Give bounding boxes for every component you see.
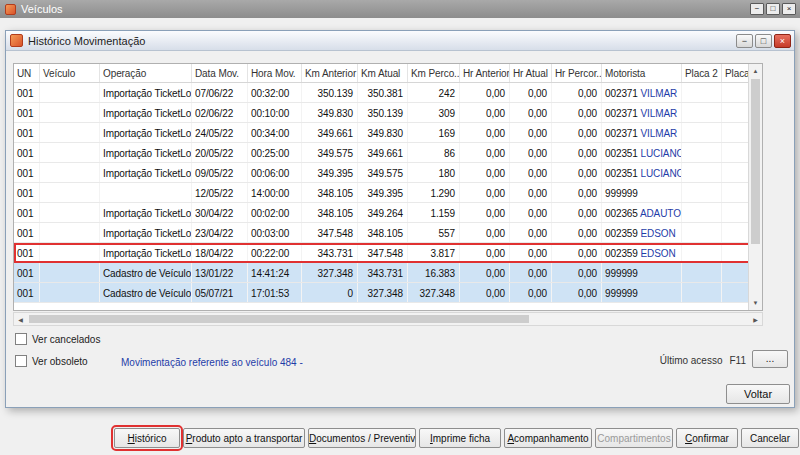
maximize-icon[interactable]: □ — [766, 3, 780, 15]
voltar-button[interactable]: Voltar — [726, 384, 790, 404]
dialog-minimize-icon[interactable]: − — [736, 34, 753, 48]
cell-hr-percorrido: 0,00 — [552, 163, 602, 182]
column-header-un[interactable]: UN — [14, 64, 40, 82]
footer-button-label: Acompanhamento — [507, 433, 588, 444]
cell-km-anterior: 0 — [302, 283, 358, 302]
horizontal-scrollbar-thumb[interactable] — [29, 315, 529, 323]
cell-hr-anterior: 0,00 — [460, 203, 510, 222]
dialog-maximize-icon[interactable]: □ — [755, 34, 772, 48]
grid-rows: 001Importação TicketLog07/06/2200:32:003… — [14, 83, 750, 303]
column-header-hr-percorrido[interactable]: Hr Percor... — [552, 64, 602, 82]
motorista-name: VILMAR — [640, 128, 677, 139]
cell-hr-percorrido: 0,00 — [552, 183, 602, 202]
cell-km-percorrido: 309 — [408, 103, 460, 122]
motorista-code: 999999 — [605, 288, 638, 299]
minimize-icon[interactable]: − — [750, 3, 764, 15]
vertical-scrollbar[interactable]: ▲ ▼ — [748, 64, 762, 310]
scroll-left-icon[interactable]: ◀ — [14, 313, 27, 325]
column-header-motorista[interactable]: Motorista — [602, 64, 682, 82]
column-header-placa3[interactable]: Placa 3 — [722, 64, 750, 82]
cell-km-percorrido: 1.290 — [408, 183, 460, 202]
cell-operacao: Importação TicketLog — [100, 123, 192, 142]
grid-header-row: UNVeículoOperaçãoData Mov.Hora Mov.Km An… — [14, 64, 762, 83]
last-access-label: Último acessoF11 — [660, 355, 746, 366]
table-row[interactable]: 001Cadastro de Veículo05/07/2117:01:5303… — [14, 283, 750, 303]
cell-operacao: Cadastro de Veículo — [100, 263, 192, 282]
column-header-hr-anterior[interactable]: Hr Anterior — [460, 64, 510, 82]
table-row[interactable]: 00112/05/2214:00:00348.105349.3951.2900,… — [14, 183, 750, 203]
cell-veiculo — [40, 83, 100, 102]
column-header-km-anterior[interactable]: Km Anterior — [302, 64, 358, 82]
cell-veiculo — [40, 163, 100, 182]
cell-km-anterior: 327.348 — [302, 263, 358, 282]
column-header-veiculo[interactable]: Veículo — [40, 64, 100, 82]
column-header-km-percorrido[interactable]: Km Perco... — [408, 64, 460, 82]
column-header-hr-atual[interactable]: Hr Atual — [510, 64, 552, 82]
table-row[interactable]: 001Importação TicketLog02/06/2200:10:003… — [14, 103, 750, 123]
cell-km-percorrido: 16.383 — [408, 263, 460, 282]
cell-un: 001 — [14, 83, 40, 102]
cell-km-atual: 349.575 — [358, 163, 408, 182]
window-title: Veículos — [21, 3, 63, 15]
footer-button-acompanhamento[interactable]: Acompanhamento — [504, 428, 592, 448]
cell-un: 001 — [14, 123, 40, 142]
table-row[interactable]: 001Importação TicketLog09/05/2200:06:003… — [14, 163, 750, 183]
scroll-up-icon[interactable]: ▲ — [749, 64, 762, 78]
cell-km-atual: 348.105 — [358, 223, 408, 242]
cell-hr-percorrido: 0,00 — [552, 83, 602, 102]
column-header-data-mov[interactable]: Data Mov. — [192, 64, 248, 82]
footer-button-imprime-ficha[interactable]: Imprime ficha — [419, 428, 501, 448]
table-row[interactable]: 001Importação TicketLog23/04/2200:03:003… — [14, 223, 750, 243]
table-row-annotated[interactable]: 001Importação TicketLog18/04/2200:22:003… — [14, 243, 750, 263]
checkbox-ver-obsoleto[interactable]: Ver obsoleto — [15, 355, 88, 367]
cell-hr-anterior: 0,00 — [460, 183, 510, 202]
more-button[interactable]: ... — [752, 350, 788, 368]
column-header-placa2[interactable]: Placa 2 — [682, 64, 722, 82]
table-row[interactable]: 001Cadastro de Veículo13/01/2214:41:2432… — [14, 263, 750, 283]
cell-km-atual: 343.731 — [358, 263, 408, 282]
motorista-name: EDSON — [640, 228, 675, 239]
column-header-km-atual[interactable]: Km Atual — [358, 64, 408, 82]
checkbox-label: Ver obsoleto — [32, 356, 88, 367]
footer-button-produto-apto-a-transportar[interactable]: Produto apto a transportar — [183, 428, 305, 448]
footer-button-label: Confirmar — [685, 433, 729, 444]
footer-button-label: Produto apto a transportar — [186, 433, 303, 444]
cell-hr-atual: 0,00 — [510, 143, 552, 162]
scroll-right-icon[interactable]: ▶ — [749, 313, 762, 325]
table-row[interactable]: 001Importação TicketLog30/04/2200:02:003… — [14, 203, 750, 223]
footer-button-label: Compartimentos — [597, 433, 670, 444]
footer-button-cancelar[interactable]: Cancelar — [741, 428, 799, 448]
cell-un: 001 — [14, 223, 40, 242]
footer-button-confirmar[interactable]: Confirmar — [676, 428, 738, 448]
checkbox-ver-cancelados[interactable]: Ver cancelados — [15, 333, 100, 345]
cell-un: 001 — [14, 163, 40, 182]
cell-km-percorrido: 86 — [408, 143, 460, 162]
cell-operacao: Importação TicketLog — [100, 143, 192, 162]
footer-button-historico[interactable]: Histórico — [114, 428, 180, 448]
cell-km-anterior: 343.731 — [302, 243, 358, 262]
vertical-scrollbar-thumb[interactable] — [751, 79, 760, 244]
cell-un: 001 — [14, 143, 40, 162]
close-icon[interactable]: × — [782, 3, 796, 15]
horizontal-scrollbar[interactable]: ◀ ▶ — [13, 312, 763, 326]
cell-km-anterior: 349.395 — [302, 163, 358, 182]
scroll-down-icon[interactable]: ▼ — [749, 296, 762, 310]
table-row[interactable]: 001Importação TicketLog07/06/2200:32:003… — [14, 83, 750, 103]
footer-button-documentos-preventiva[interactable]: Documentos / Preventiva — [308, 428, 416, 448]
cell-un: 001 — [14, 243, 40, 262]
cell-hora-mov: 00:25:00 — [248, 143, 302, 162]
column-header-operacao[interactable]: Operação — [100, 64, 192, 82]
cell-km-percorrido: 1.159 — [408, 203, 460, 222]
column-header-hora-mov[interactable]: Hora Mov. — [248, 64, 302, 82]
cell-km-anterior: 349.661 — [302, 123, 358, 142]
motorista-code: 002359 — [605, 248, 638, 259]
footer-button-label: Cancelar — [750, 433, 790, 444]
cell-placa2 — [682, 123, 722, 142]
cell-operacao: Importação TicketLog — [100, 203, 192, 222]
last-access-key: F11 — [730, 355, 747, 366]
cell-data-mov: 02/06/22 — [192, 103, 248, 122]
dialog-close-icon[interactable]: × — [774, 34, 791, 48]
table-row[interactable]: 001Importação TicketLog20/05/2200:25:003… — [14, 143, 750, 163]
table-row[interactable]: 001Importação TicketLog24/05/2200:34:003… — [14, 123, 750, 143]
motorista-name: VILMAR — [640, 108, 677, 119]
